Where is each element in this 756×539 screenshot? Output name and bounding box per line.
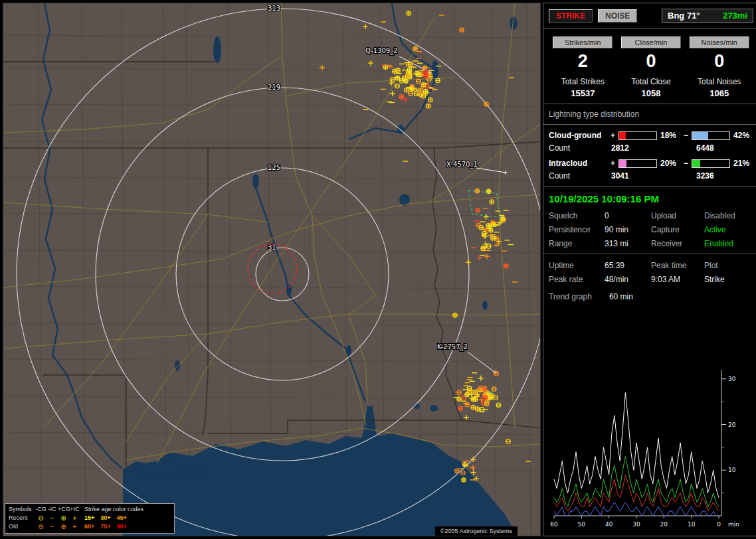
age-15-label: 15+ xyxy=(84,514,94,522)
strikes-per-min-value: 2 xyxy=(549,51,617,72)
peak-time-label: Peak time xyxy=(651,261,704,270)
trend-graph-canvas: 1020306050403020100min xyxy=(549,366,748,530)
ic-plus-count: 3041 xyxy=(611,171,696,181)
capture-label: Capture xyxy=(651,225,704,234)
plot-value: Strike xyxy=(704,275,753,284)
cg-count-label: Count xyxy=(549,143,611,153)
trend-ytick-label: 20 xyxy=(728,422,736,428)
cloud-ground-row: Cloud-ground + 18% − 42% xyxy=(549,131,753,140)
bearing-box: Bng 71° 273mi xyxy=(662,9,753,23)
trend-graph-window: 60 min xyxy=(609,292,633,301)
intracloud-label: Intracloud xyxy=(549,159,607,168)
strikes-rate-column: Strikes/min 2 Total Strikes 15537 xyxy=(549,37,617,98)
cg-minus-pct: 42% xyxy=(733,131,753,140)
persistence-label: Persistence xyxy=(549,225,605,234)
peak-rate-label: Peak rate xyxy=(549,275,605,284)
uptime-label: Uptime xyxy=(549,261,605,270)
strike-indicator[interactable]: STRIKE xyxy=(549,9,593,23)
total-noises-label: Total Noises xyxy=(685,77,753,86)
legend-col-pos-cg: +CG xyxy=(58,505,69,514)
cloud-ground-label: Cloud-ground xyxy=(549,131,607,140)
trend-series-total-strikes xyxy=(554,392,719,497)
close-per-min-button[interactable]: Close/min xyxy=(621,37,681,48)
trend-xtick-label: 50 xyxy=(578,521,586,528)
uptime-value: 65:39 xyxy=(605,261,651,270)
rate-section: Strikes/min 2 Total Strikes 15537 Close/… xyxy=(549,37,753,98)
range-ring-label: 313 xyxy=(268,5,280,12)
close-per-min-value: 0 xyxy=(617,51,686,72)
cg-plus-count: 2812 xyxy=(611,143,696,153)
legend-old-row: Old ⊖ − ⊕ + 60+ 75+ 90+ xyxy=(9,522,171,531)
neg-ic-recent-icon: − xyxy=(47,514,58,522)
plus-sign: + xyxy=(611,159,615,168)
close-rate-column: Close/min 0 Total Close 1058 xyxy=(617,37,686,98)
strikes-per-min-button[interactable]: Strikes/min xyxy=(553,37,613,48)
indicator-row: STRIKE NOISE Bng 71° 273mi xyxy=(549,9,753,23)
cg-plus-bar xyxy=(618,131,657,140)
neg-cg-old-icon: ⊖ xyxy=(35,523,47,531)
total-noises-value: 1065 xyxy=(685,88,753,98)
noise-indicator[interactable]: NOISE xyxy=(598,9,637,23)
map-legend: Symbols -CG -IC +CG +IC Strike age color… xyxy=(5,503,175,534)
neg-ic-old-icon: − xyxy=(47,523,58,531)
trend-xtick-label: 30 xyxy=(632,521,640,528)
trend-xtick-label: 60 xyxy=(550,521,558,528)
noises-per-min-button[interactable]: Noises/min xyxy=(690,37,749,48)
map-canvas[interactable]: 31125219313Q-1309_2X-4570_1K-2757_2 xyxy=(3,3,540,536)
minus-sign: − xyxy=(684,159,688,168)
total-strikes-value: 15537 xyxy=(549,88,617,98)
storm-cell-label: Q-1309_2 xyxy=(365,47,398,55)
datetime-value: 10/19/2025 10:09:16 PM xyxy=(549,193,659,204)
info-grid: Uptime 65:39 Peak time Plot Peak rate 48… xyxy=(549,261,753,284)
lightning-map[interactable]: 31125219313Q-1309_2X-4570_1K-2757_2 Symb… xyxy=(3,3,541,536)
ic-count-label: Count xyxy=(549,171,611,181)
range-ring-label: 219 xyxy=(268,84,280,91)
distance-value: 273mi xyxy=(723,11,747,21)
age-60-label: 60+ xyxy=(84,522,94,531)
total-strikes-label: Total Strikes xyxy=(549,77,617,86)
receiver-value: Enabled xyxy=(704,239,753,248)
trend-ytick-label: 30 xyxy=(728,376,736,382)
storm-cell-label: X-4570_1 xyxy=(446,161,478,169)
status-grid: Squelch 0 Upload Disabled Persistence 90… xyxy=(549,211,753,248)
neg-cg-recent-icon: ⊖ xyxy=(35,514,47,522)
trend-graph: 1020306050403020100min xyxy=(549,366,753,530)
intracloud-count-row: Count 3041 3236 xyxy=(549,171,753,181)
age-75-label: 75+ xyxy=(100,522,110,531)
minus-sign: − xyxy=(684,131,688,140)
total-close-label: Total Close xyxy=(617,77,686,86)
legend-recent-label: Recent xyxy=(9,514,35,522)
pos-cg-old-icon: ⊕ xyxy=(58,523,69,531)
receiver-label: Receiver xyxy=(651,239,704,248)
trend-ytick-label: 10 xyxy=(728,467,736,473)
noises-per-min-value: 0 xyxy=(685,51,753,72)
ic-minus-count: 3236 xyxy=(696,171,753,181)
trend-xtick-label: 20 xyxy=(660,521,668,528)
ic-plus-bar xyxy=(618,159,657,168)
trend-graph-label: Trend graph xyxy=(549,292,592,301)
cg-minus-count: 6448 xyxy=(696,143,753,153)
trend-xtick-label: 40 xyxy=(605,521,613,528)
squelch-label: Squelch xyxy=(549,211,605,220)
range-label: Range xyxy=(549,239,605,248)
ic-plus-pct: 20% xyxy=(660,159,680,168)
range-value: 313 mi xyxy=(605,239,651,248)
legend-recent-row: Recent ⊖ − ⊕ + 15+ 30+ 45+ xyxy=(9,514,171,522)
ic-minus-pct: 21% xyxy=(733,159,753,168)
datetime-box: 10/19/2025 10:09:16 PM xyxy=(549,193,753,204)
ic-minus-bar xyxy=(692,159,730,168)
peak-rate-value: 48/min xyxy=(605,275,651,284)
pos-ic-old-icon: + xyxy=(69,523,80,531)
trend-series-noise xyxy=(554,502,719,516)
trend-x-unit-label: min xyxy=(728,521,739,528)
trend-xtick-label: 10 xyxy=(688,521,696,528)
capture-value: Active xyxy=(704,225,753,234)
legend-col-pos-ic: +IC xyxy=(69,505,80,514)
legend-old-label: Old xyxy=(9,522,35,531)
peak-time-value: 9:03 AM xyxy=(651,275,704,284)
status-panel: STRIKE NOISE Bng 71° 273mi Strikes/min 2… xyxy=(543,3,756,536)
nexstorm-window: 31125219313Q-1309_2X-4570_1K-2757_2 Symb… xyxy=(0,0,756,539)
upload-label: Upload xyxy=(651,211,704,220)
upload-value: Disabled xyxy=(704,211,753,220)
pos-cg-recent-icon: ⊕ xyxy=(58,514,69,522)
